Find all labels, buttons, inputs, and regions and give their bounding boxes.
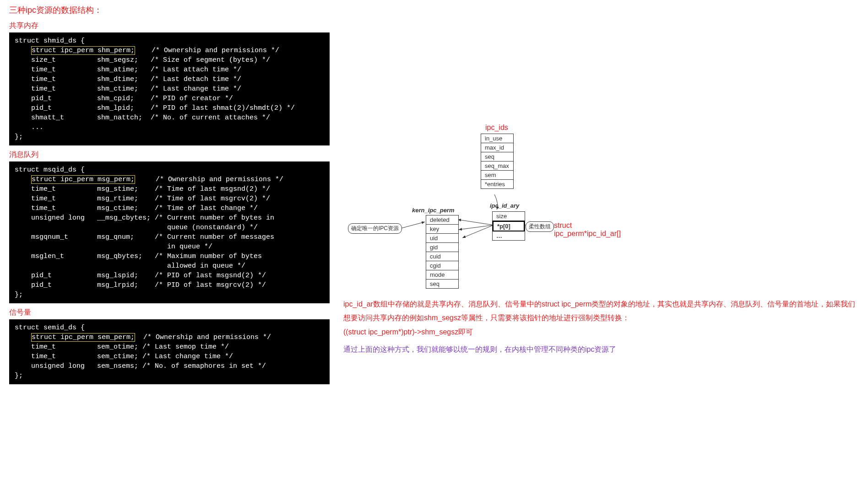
field: uid <box>426 234 458 243</box>
ipc-id-ary-label: ipc_id_ary <box>490 202 519 209</box>
shm-label: 共享内存 <box>9 21 330 31</box>
page-title: 三种ipc资源的数据结构： <box>9 5 330 16</box>
field: max_id <box>481 143 513 152</box>
field: seq <box>426 280 458 288</box>
field: … <box>493 231 525 240</box>
explanation-p2: ((struct ipc_perm*)ptr)->shm_segsz即可 <box>343 325 859 339</box>
kern-label: kern_ipc_perm <box>412 207 455 214</box>
field: deleted <box>426 215 458 225</box>
field: cuid <box>426 252 458 261</box>
shm-code: struct shmid_ds { struct ipc_perm shm_pe… <box>9 32 330 145</box>
diagram-arrows <box>343 124 581 288</box>
sem-code: struct semid_ds { struct ipc_perm sem_pe… <box>9 319 330 384</box>
field: cgid <box>426 261 458 270</box>
field: gid <box>426 243 458 252</box>
field: sem <box>481 171 513 180</box>
ipc-diagram: ipc_ids in_use max_id seq seq_max sem *e… <box>343 124 581 288</box>
field: *entries <box>481 180 513 188</box>
ipc-id-ary-struct: size *p[0] … <box>492 211 525 241</box>
field: mode <box>426 270 458 280</box>
explanation-p3: 通过上面的这种方式，我们就能够以统一的规则，在内核中管理不同种类的ipc资源了 <box>343 343 859 356</box>
msg-label: 消息队列 <box>9 150 330 160</box>
field: seq_max <box>481 161 513 171</box>
field: seq <box>481 152 513 161</box>
field: key <box>426 225 458 234</box>
field: in_use <box>481 134 513 143</box>
struct-label: struct ipc_perm*ipc_id_ar[] <box>554 221 621 238</box>
sem-label: 信号量 <box>9 308 330 317</box>
kern-struct: deleted key uid gid cuid cgid mode seq <box>426 215 459 289</box>
field: *p[0] <box>493 221 525 231</box>
anno-flex: 柔性数组 <box>526 221 554 232</box>
ipc-ids-struct: in_use max_id seq seq_max sem *entries <box>481 134 514 189</box>
msg-code: struct msqid_ds { struct ipc_perm msg_pe… <box>9 161 330 303</box>
explanation-p1: ipc_id_ar数组中存储的就是共享内存、消息队列、信号量中的struct i… <box>343 297 859 325</box>
ipc-ids-title: ipc_ids <box>485 124 508 132</box>
anno-unique: 确定唯一的IPC资源 <box>348 223 402 234</box>
field: size <box>493 212 525 221</box>
